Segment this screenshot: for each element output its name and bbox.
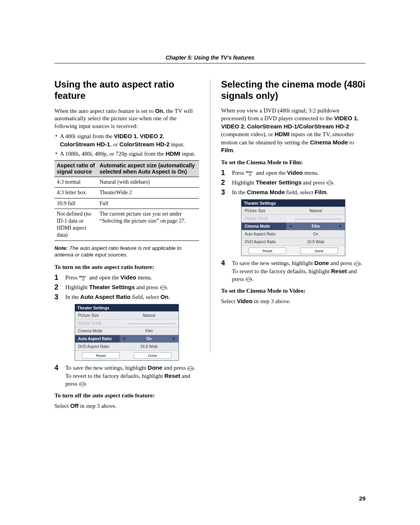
- left-arrow-icon[interactable]: ◄: [122, 336, 126, 341]
- enter-icon: ENTER: [160, 285, 166, 290]
- osd-title: Theater Settings: [75, 304, 178, 311]
- osd-label: Auto Aspect Ratio: [75, 335, 120, 342]
- table-header-2: Automatic aspect size (automatically sel…: [97, 160, 199, 177]
- osd-row-auto-aspect[interactable]: Auto Aspect RatioOn: [242, 230, 345, 238]
- svg-point-1: [82, 279, 84, 281]
- text: menu.: [303, 170, 319, 176]
- right-column: Selecting the cinema mode (480i signals …: [221, 79, 366, 412]
- step-4: 4 To save the new settings, highlight Do…: [54, 364, 199, 388]
- osd-row-dvd-aspect[interactable]: DVD Aspect Ratio16:9 Wide: [75, 342, 178, 350]
- done-button[interactable]: Done: [300, 248, 338, 254]
- step-2: 2 Highlight Theater Settings and press E…: [54, 283, 199, 291]
- cell: Full: [97, 198, 199, 209]
- step-4: 4 To save the new settings, highlight Do…: [221, 259, 366, 283]
- text: To save the new settings, highlight: [65, 365, 148, 371]
- cell: TheaterWide 2: [97, 188, 199, 198]
- osd-row-picture-size[interactable]: Picture SizeNatural: [75, 311, 178, 319]
- steps-save: 4 To save the new settings, highlight Do…: [54, 364, 199, 388]
- page-number: 29: [359, 495, 366, 502]
- osd-label: Picture Size: [242, 207, 286, 214]
- column-divider: [210, 80, 210, 352]
- table-header-1: Aspect ratio of signal source: [54, 160, 97, 177]
- text: input.: [170, 141, 184, 147]
- text: .: [252, 276, 254, 282]
- video1: VIDEO 1: [334, 115, 357, 121]
- theater-settings: Theater Settings: [256, 179, 302, 186]
- osd-row-picture-scroll: Picture Scroll–: [242, 214, 345, 222]
- text: .: [86, 381, 88, 387]
- text: .: [233, 147, 234, 153]
- subhead-video: To set the Cinema Mode to Video:: [221, 288, 366, 294]
- steps-on: 1 Press MENU and open the Video menu. 2 …: [54, 274, 199, 301]
- cell: Natural (with sidebars): [97, 177, 199, 188]
- text: and press: [329, 260, 354, 266]
- text: field, select: [285, 189, 315, 195]
- input-bullet-2: A 1080i, 480i, 480p, or 720p signal from…: [54, 150, 199, 158]
- osd-value-text: Film: [312, 224, 320, 228]
- step-number: 2: [221, 178, 225, 187]
- text: , or: [110, 141, 119, 147]
- osd-label: Auto Aspect Ratio: [242, 230, 286, 238]
- text: To save the new settings, highlight: [232, 260, 315, 266]
- subhead-turn-off: To turn off the auto aspect ratio featur…: [54, 392, 199, 399]
- hdmi: HDMI: [166, 150, 180, 157]
- cs-hd1: ColorStream HD-1: [60, 141, 110, 147]
- svg-text:ENTER: ENTER: [354, 263, 360, 265]
- svg-text:ENTER: ENTER: [160, 286, 166, 289]
- input-list: A 480i signal from the VIDEO 1, VIDEO 2,…: [54, 132, 199, 158]
- section-title-auto-aspect: Using the auto aspect ratio feature: [54, 79, 199, 102]
- osd-label: DVD Aspect Ratio: [75, 343, 120, 350]
- step-number: 1: [221, 168, 225, 177]
- step-3: 3 In the Cinema Mode field, select Film.: [221, 188, 366, 196]
- step-number: 4: [221, 258, 225, 268]
- theater-settings-osd: Theater Settings Picture SizeNatural Pic…: [241, 199, 345, 256]
- aspect-ratio-table: Aspect ratio of signal source Automatic …: [54, 160, 199, 241]
- osd-row-auto-aspect[interactable]: Auto Aspect Ratio◄On►: [75, 335, 178, 342]
- text: A 1080i, 480i, 480p, or 720p signal from…: [60, 151, 166, 157]
- right-arrow-icon[interactable]: ►: [339, 224, 343, 228]
- subhead-film: To set the Cinema Mode to Film:: [221, 159, 366, 166]
- cinema-mode: Cinema Mode: [310, 139, 348, 146]
- osd-row-cinema-mode[interactable]: Cinema ModeFilm: [75, 327, 178, 335]
- text: Highlight: [232, 179, 256, 186]
- osd-value: Film: [120, 327, 178, 335]
- osd-label: Cinema Mode: [75, 327, 120, 335]
- left-column: Using the auto aspect ratio feature When…: [54, 79, 199, 412]
- theater-settings: Theater Settings: [89, 284, 135, 290]
- svg-text:ENTER: ENTER: [79, 383, 86, 385]
- done-button[interactable]: Done: [134, 352, 172, 359]
- text: to: [348, 139, 354, 146]
- osd-row-picture-size[interactable]: Picture SizeNatural: [242, 207, 345, 214]
- steps-film: 1 Press MENU and open the Video menu. 2 …: [221, 169, 366, 197]
- on-label: On: [155, 107, 163, 114]
- svg-text:ENTER: ENTER: [187, 367, 194, 370]
- osd-row-dvd-aspect[interactable]: DVD Aspect Ratio16:9 Wide: [242, 238, 345, 246]
- text: When the auto aspect ratio feature is se…: [54, 108, 155, 114]
- table-row: 16:9 fullFull: [54, 198, 199, 209]
- video2: VIDEO 2: [221, 123, 244, 130]
- text: Press: [232, 170, 246, 176]
- reset-button[interactable]: Reset: [248, 248, 286, 254]
- step-3: 3 In the Auto Aspect Ratio field, select…: [54, 293, 199, 301]
- cinema-intro: When you view a DVD (480i signal; 3:2 pu…: [221, 107, 366, 155]
- osd-row-picture-scroll: Picture Scroll–: [75, 319, 178, 327]
- left-arrow-icon[interactable]: ◄: [289, 224, 292, 228]
- text: .: [327, 189, 328, 195]
- right-arrow-icon[interactable]: ►: [172, 336, 176, 341]
- step-1: 1 Press MENU and open the Video menu.: [54, 274, 199, 281]
- svg-text:MENU: MENU: [246, 171, 253, 173]
- osd-row-cinema-mode[interactable]: Cinema Mode◄Film►: [242, 222, 345, 230]
- cs-hd: ColorStream HD-1/ColorStream HD-2: [247, 123, 349, 130]
- reset-button[interactable]: Reset: [82, 352, 120, 359]
- cinema-mode-field: Cinema Mode: [247, 189, 285, 195]
- text: When you view a DVD (480i signal; 3:2 pu…: [221, 107, 340, 122]
- osd-value: Natural: [120, 312, 178, 319]
- osd-value: ◄Film►: [286, 223, 345, 230]
- video1: VIDEO 1: [114, 133, 137, 139]
- hdmi: HDMI: [275, 131, 289, 137]
- step-2: 2 Highlight Theater Settings and press E…: [221, 179, 366, 186]
- text: (component video), or: [221, 131, 275, 137]
- input-bullet-1: A 480i signal from the VIDEO 1, VIDEO 2,…: [54, 132, 199, 148]
- text: and open the: [88, 274, 120, 281]
- film: Film: [221, 147, 233, 153]
